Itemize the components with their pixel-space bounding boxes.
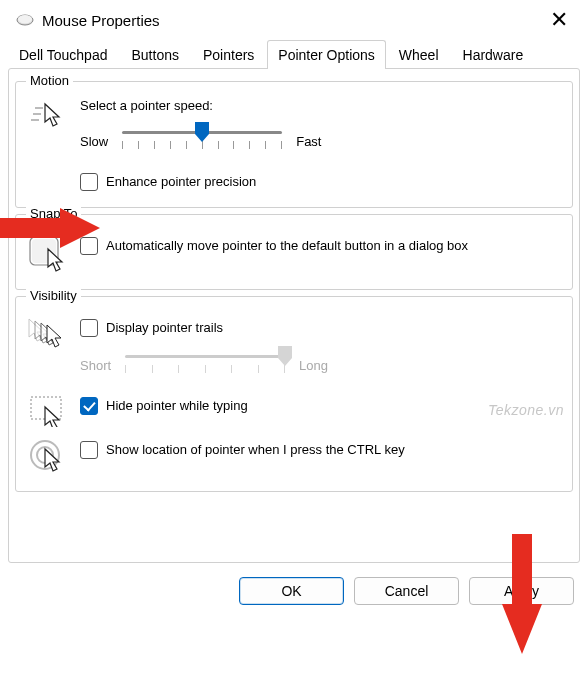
fast-label: Fast: [296, 134, 321, 149]
enhance-precision-checkbox[interactable]: [80, 173, 98, 191]
tab-pointer-options[interactable]: Pointer Options: [267, 40, 386, 69]
visibility-legend: Visibility: [26, 288, 81, 303]
snapto-checkbox[interactable]: [80, 237, 98, 255]
trails-slider: [125, 347, 285, 383]
tab-dell-touchpad[interactable]: Dell Touchpad: [8, 40, 118, 69]
long-label: Long: [299, 358, 328, 373]
snapto-icon: [26, 231, 68, 273]
motion-speed-icon: [26, 98, 68, 132]
hide-pointer-label: Hide pointer while typing: [106, 397, 248, 413]
motion-legend: Motion: [26, 73, 73, 88]
snapto-label: Automatically move pointer to the defaul…: [106, 237, 468, 253]
hide-pointer-icon: [26, 391, 68, 427]
mouse-icon: [16, 13, 34, 27]
show-location-checkbox[interactable]: [80, 441, 98, 459]
ok-button[interactable]: OK: [239, 577, 344, 605]
apply-button[interactable]: Apply: [469, 577, 574, 605]
show-location-icon: [26, 435, 68, 475]
tab-hardware[interactable]: Hardware: [452, 40, 535, 69]
pointer-trails-icon: [26, 313, 68, 349]
short-label: Short: [80, 358, 111, 373]
tab-strip: Dell Touchpad Buttons Pointers Pointer O…: [0, 40, 588, 69]
snapto-legend: Snap To: [26, 206, 81, 221]
dialog-buttons: OK Cancel Apply: [0, 563, 588, 619]
svg-point-1: [18, 15, 32, 23]
slow-label: Slow: [80, 134, 108, 149]
hide-pointer-checkbox[interactable]: [80, 397, 98, 415]
motion-group: Motion Select a pointer speed: Slow: [15, 81, 573, 208]
pointer-trails-checkbox[interactable]: [80, 319, 98, 337]
visibility-group: Visibility Display pointer trails Short: [15, 296, 573, 492]
titlebar: Mouse Properties ✕: [0, 0, 588, 40]
tab-pointers[interactable]: Pointers: [192, 40, 265, 69]
pointer-trails-label: Display pointer trails: [106, 319, 223, 335]
snapto-group: Snap To Automatically move pointer to th…: [15, 214, 573, 290]
show-location-label: Show location of pointer when I press th…: [106, 441, 405, 457]
tab-content: Motion Select a pointer speed: Slow: [8, 68, 580, 563]
enhance-precision-label: Enhance pointer precision: [106, 173, 256, 189]
cancel-button[interactable]: Cancel: [354, 577, 459, 605]
speed-label: Select a pointer speed:: [80, 98, 562, 113]
speed-slider[interactable]: [122, 123, 282, 159]
close-button[interactable]: ✕: [542, 5, 576, 35]
tab-wheel[interactable]: Wheel: [388, 40, 450, 69]
tab-buttons[interactable]: Buttons: [120, 40, 189, 69]
window-title: Mouse Properties: [42, 12, 160, 29]
